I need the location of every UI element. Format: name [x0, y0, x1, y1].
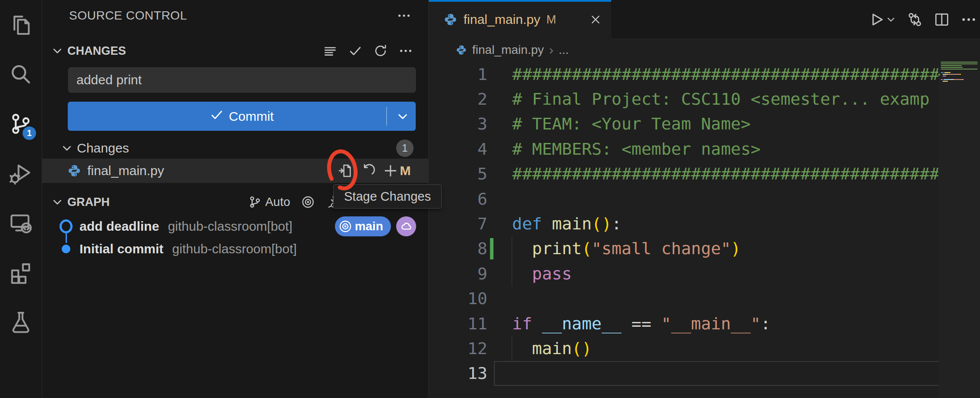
- code-text: pass: [494, 264, 572, 283]
- minimap-line: [941, 76, 977, 76]
- minimap-line: [941, 65, 977, 66]
- goto-current-commit-button[interactable]: [301, 195, 315, 209]
- editor-group: final_main.py M final_main.py › ... 1###…: [429, 0, 980, 398]
- more-actions-button[interactable]: [961, 12, 977, 27]
- breadcrumb-file[interactable]: final_main.py: [472, 43, 544, 57]
- activity-item-source-control[interactable]: 1: [0, 99, 42, 149]
- activity-item-search[interactable]: [0, 50, 42, 99]
- token-ctrl: if: [512, 314, 532, 333]
- commit-graph-list: add deadlinegithub-classroom[bot]mainIni…: [42, 215, 428, 260]
- code-line: 1#######################################…: [429, 62, 938, 86]
- minimap-line: [941, 74, 977, 75]
- line-number: 2: [429, 90, 494, 109]
- commit-badges: main: [335, 216, 416, 236]
- tab-final-main-py[interactable]: final_main.py M: [429, 0, 611, 39]
- breadcrumb[interactable]: final_main.py › ...: [429, 39, 980, 61]
- code-text: if __name__ == "__main__":: [494, 314, 771, 333]
- token-comment: ########################################…: [512, 65, 938, 84]
- refresh-button[interactable]: [374, 44, 387, 58]
- token-str: "__main__": [661, 314, 761, 333]
- line-number: 7: [429, 214, 494, 233]
- current-line-highlight: [494, 361, 938, 386]
- commit-button[interactable]: [348, 44, 362, 58]
- code-line: 9 pass: [429, 261, 938, 286]
- commit-row[interactable]: Initial commitgithub-classroom[bot]: [42, 238, 428, 260]
- sidebar-more-actions-button[interactable]: [397, 9, 411, 23]
- token-fn: print: [532, 239, 582, 258]
- line-number: 11: [429, 314, 494, 333]
- changes-group-header[interactable]: Changes 1: [42, 139, 428, 158]
- activity-item-testing[interactable]: [0, 297, 42, 347]
- testing-icon: [9, 310, 33, 334]
- git-branch-icon: [248, 196, 262, 209]
- python-file-icon: [67, 164, 81, 178]
- code-editor[interactable]: 1#######################################…: [429, 62, 938, 398]
- code-text: main(): [494, 339, 592, 358]
- tooltip-text: Stage Changes: [344, 189, 431, 204]
- code-line: 10: [429, 286, 938, 311]
- graph-auto-label: Auto: [265, 195, 290, 209]
- indent-guide: [512, 261, 512, 286]
- minimap[interactable]: [938, 61, 980, 398]
- open-file-button[interactable]: [338, 163, 353, 178]
- graph-auto-toggle[interactable]: Auto: [248, 195, 290, 209]
- discard-changes-button[interactable]: [361, 163, 375, 178]
- commit-button[interactable]: Commit: [68, 102, 416, 131]
- commit-button-separator: [386, 107, 387, 126]
- token-plain: :: [612, 214, 622, 233]
- minimap-token: [943, 81, 946, 82]
- view-as-list-button[interactable]: [323, 44, 337, 58]
- activity-item-run-and-debug[interactable]: [0, 149, 42, 198]
- code-line: 7def main():: [429, 211, 938, 236]
- token-paren: ): [731, 239, 741, 258]
- branch-ref-badge[interactable]: main: [335, 216, 391, 236]
- minimap-modified-marker: [938, 74, 940, 76]
- code-line: 13: [429, 361, 938, 386]
- tab-close-button[interactable]: [589, 13, 602, 26]
- token-paren: (): [592, 214, 612, 233]
- changed-file-row[interactable]: final_main.py M: [42, 159, 428, 183]
- token-plain: ==: [622, 314, 662, 333]
- activity-item-explorer[interactable]: [0, 0, 42, 50]
- commit-dropdown-button[interactable]: [397, 102, 409, 131]
- token-plain: [542, 214, 552, 233]
- line-number: 10: [429, 289, 494, 308]
- graph-section-label: GRAPH: [67, 196, 110, 209]
- commit-row[interactable]: add deadlinegithub-classroom[bot]main: [42, 215, 428, 238]
- commit-message-input[interactable]: added print: [68, 67, 416, 93]
- changes-section-header[interactable]: CHANGES: [42, 40, 428, 62]
- minimap-line: [941, 67, 977, 68]
- split-editor-button[interactable]: [934, 12, 950, 27]
- line-number: 13: [429, 364, 494, 383]
- more-actions-button[interactable]: [399, 44, 413, 58]
- minimap-token: [950, 72, 950, 73]
- line-number: 8: [429, 239, 494, 258]
- code-line: 11if __name__ == "__main__":: [429, 311, 938, 336]
- token-plain: [532, 314, 542, 333]
- python-file-icon: [456, 44, 467, 56]
- check-icon: [210, 108, 229, 125]
- token-fn: main: [552, 214, 592, 233]
- stage-changes-button[interactable]: [383, 163, 398, 178]
- target-icon: [338, 219, 352, 233]
- changes-section-label: CHANGES: [67, 44, 126, 58]
- activity-item-extensions[interactable]: [0, 248, 42, 297]
- activity-item-remote-explorer[interactable]: [0, 198, 42, 248]
- minimap-token: [954, 79, 963, 80]
- minimap-line: [941, 70, 977, 71]
- cloud-icon: [400, 220, 413, 233]
- breadcrumb-more[interactable]: ...: [559, 43, 569, 57]
- minimap-token: [941, 67, 963, 68]
- code-text: # TEAM: <Your Team Name>: [494, 114, 751, 133]
- modified-status-badge: M: [398, 163, 413, 178]
- run-dropdown-button[interactable]: [886, 15, 896, 24]
- minimap-line: [941, 83, 977, 83]
- editor-actions: [869, 0, 977, 39]
- changed-file-name: final_main.py: [87, 163, 164, 178]
- vscode-window: 1 SOURCE CONTROL CHANGES added print Com…: [0, 0, 980, 398]
- run-group: [869, 12, 896, 27]
- open-changes-button[interactable]: [907, 12, 923, 27]
- line-number: 3: [429, 114, 494, 133]
- run-button[interactable]: [869, 12, 884, 27]
- cloud-badge[interactable]: [396, 216, 416, 236]
